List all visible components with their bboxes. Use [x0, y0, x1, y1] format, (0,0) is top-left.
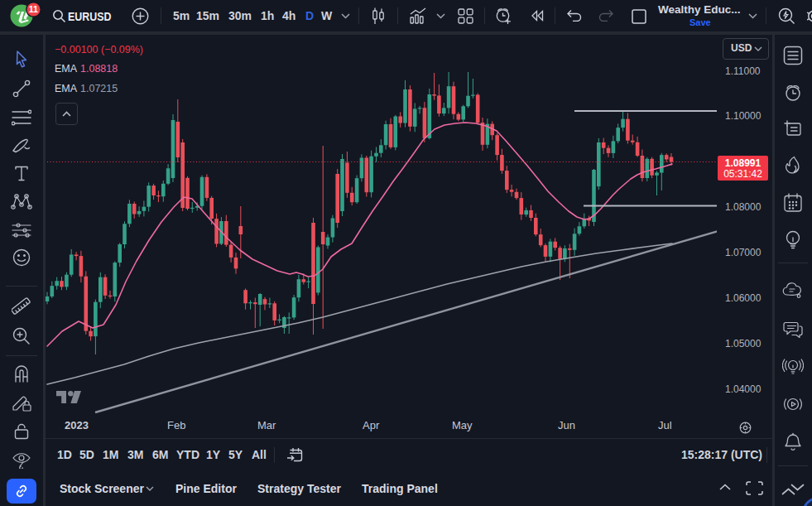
svg-text:11: 11 — [29, 4, 38, 14]
